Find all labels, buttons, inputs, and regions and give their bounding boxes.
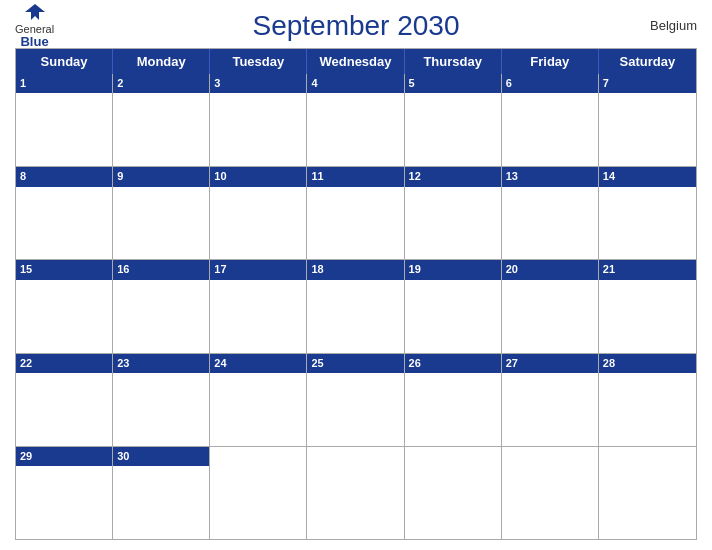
calendar-day-11: 11 — [307, 167, 404, 259]
col-saturday: Saturday — [599, 49, 696, 74]
calendar-day-9: 9 — [113, 167, 210, 259]
calendar-day-27: 27 — [502, 354, 599, 446]
day-body — [307, 93, 403, 166]
calendar-week-3: 15161718192021 — [16, 259, 696, 352]
day-number — [502, 447, 598, 465]
day-body — [599, 373, 696, 446]
calendar-day-7: 7 — [599, 74, 696, 166]
calendar-day-empty — [307, 447, 404, 539]
day-number: 10 — [210, 167, 306, 186]
day-body — [405, 373, 501, 446]
day-body — [210, 373, 306, 446]
day-body — [113, 466, 209, 539]
day-number: 15 — [16, 260, 112, 279]
day-body — [113, 187, 209, 260]
calendar-day-18: 18 — [307, 260, 404, 352]
country-label: Belgium — [650, 18, 697, 33]
day-body — [599, 280, 696, 353]
day-body — [16, 373, 112, 446]
day-number: 6 — [502, 74, 598, 93]
page-title: September 2030 — [252, 10, 459, 42]
day-body — [405, 93, 501, 166]
day-number: 19 — [405, 260, 501, 279]
calendar-day-26: 26 — [405, 354, 502, 446]
calendar-day-empty — [210, 447, 307, 539]
calendar-day-16: 16 — [113, 260, 210, 352]
logo-bird-icon — [21, 2, 49, 22]
day-number: 23 — [113, 354, 209, 373]
day-number: 9 — [113, 167, 209, 186]
calendar-day-empty — [502, 447, 599, 539]
day-body — [502, 93, 598, 166]
calendar-day-1: 1 — [16, 74, 113, 166]
day-body — [16, 187, 112, 260]
calendar-week-1: 1234567 — [16, 74, 696, 166]
day-body — [210, 187, 306, 260]
calendar-day-17: 17 — [210, 260, 307, 352]
logo-blue-text: Blue — [20, 35, 48, 49]
day-body — [113, 93, 209, 166]
calendar-day-10: 10 — [210, 167, 307, 259]
col-tuesday: Tuesday — [210, 49, 307, 74]
calendar-week-4: 22232425262728 — [16, 353, 696, 446]
day-number: 18 — [307, 260, 403, 279]
calendar-header: Sunday Monday Tuesday Wednesday Thursday… — [16, 49, 696, 74]
day-number — [210, 447, 306, 465]
calendar-day-13: 13 — [502, 167, 599, 259]
day-number — [307, 447, 403, 465]
day-number: 24 — [210, 354, 306, 373]
col-monday: Monday — [113, 49, 210, 74]
day-body — [113, 280, 209, 353]
calendar-day-empty — [599, 447, 696, 539]
day-number: 27 — [502, 354, 598, 373]
day-number: 22 — [16, 354, 112, 373]
day-number: 3 — [210, 74, 306, 93]
calendar-week-2: 891011121314 — [16, 166, 696, 259]
calendar-day-3: 3 — [210, 74, 307, 166]
day-number: 13 — [502, 167, 598, 186]
day-number: 20 — [502, 260, 598, 279]
calendar-day-6: 6 — [502, 74, 599, 166]
calendar-day-24: 24 — [210, 354, 307, 446]
day-number: 4 — [307, 74, 403, 93]
calendar-day-12: 12 — [405, 167, 502, 259]
calendar-day-19: 19 — [405, 260, 502, 352]
day-body — [599, 465, 696, 539]
day-number: 12 — [405, 167, 501, 186]
day-number: 25 — [307, 354, 403, 373]
day-body — [307, 280, 403, 353]
day-number: 5 — [405, 74, 501, 93]
day-body — [307, 187, 403, 260]
day-number: 14 — [599, 167, 696, 186]
day-body — [599, 187, 696, 260]
calendar-day-8: 8 — [16, 167, 113, 259]
day-body — [16, 280, 112, 353]
col-thursday: Thursday — [405, 49, 502, 74]
day-number: 17 — [210, 260, 306, 279]
day-body — [599, 93, 696, 166]
calendar-day-29: 29 — [16, 447, 113, 539]
calendar-day-5: 5 — [405, 74, 502, 166]
page-header: General Blue September 2030 Belgium — [15, 10, 697, 42]
calendar-day-21: 21 — [599, 260, 696, 352]
day-body — [210, 93, 306, 166]
day-number: 30 — [113, 447, 209, 466]
day-number: 11 — [307, 167, 403, 186]
day-number: 21 — [599, 260, 696, 279]
day-number — [405, 447, 501, 465]
day-body — [405, 280, 501, 353]
calendar-grid: Sunday Monday Tuesday Wednesday Thursday… — [15, 48, 697, 540]
day-number: 16 — [113, 260, 209, 279]
calendar-day-23: 23 — [113, 354, 210, 446]
logo: General Blue — [15, 2, 54, 49]
calendar-day-empty — [405, 447, 502, 539]
calendar-day-20: 20 — [502, 260, 599, 352]
calendar-day-4: 4 — [307, 74, 404, 166]
calendar-day-30: 30 — [113, 447, 210, 539]
day-number: 8 — [16, 167, 112, 186]
day-body — [502, 187, 598, 260]
day-body — [210, 465, 306, 539]
day-number: 28 — [599, 354, 696, 373]
day-body — [405, 465, 501, 539]
col-friday: Friday — [502, 49, 599, 74]
